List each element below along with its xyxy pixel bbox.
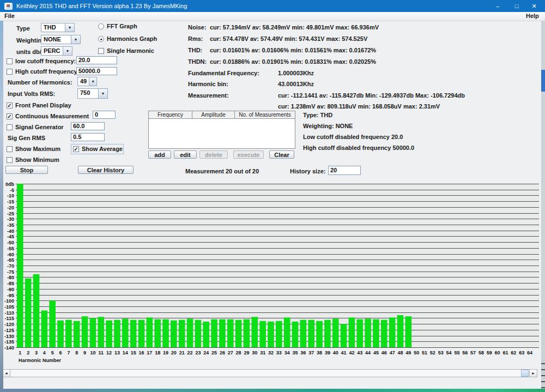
scroll-left-icon[interactable]: ◄	[3, 370, 10, 377]
checkbox-icon[interactable]	[7, 69, 13, 75]
thd-value: cur: 0.01601% av: 0.01606% min: 0.01561%…	[210, 47, 376, 53]
signal-generator-input[interactable]: 60.0	[71, 122, 105, 130]
weighting-combo[interactable]: NONE ▼	[41, 35, 81, 44]
radio-icon[interactable]	[98, 23, 104, 29]
scrollbar-track[interactable]	[10, 370, 529, 377]
close-button[interactable]: ✕	[526, 0, 542, 12]
chevron-down-icon[interactable]: ▼	[89, 77, 97, 86]
svg-text:12: 12	[106, 350, 112, 355]
rms-label: Rms:	[188, 35, 203, 42]
table-body[interactable]	[148, 119, 295, 149]
checkbox-icon[interactable]: ✓	[73, 146, 79, 152]
sig-gen-rms-input[interactable]: 0.5	[71, 133, 105, 141]
svg-text:31: 31	[260, 350, 265, 355]
svg-text:18: 18	[155, 350, 160, 355]
svg-text:9: 9	[83, 350, 86, 355]
stop-button[interactable]: Stop	[5, 166, 48, 174]
front-panel-checkbox[interactable]: ✓ Front Panel Display	[7, 102, 71, 108]
table-header[interactable]: Frequency Amplitude No. of Measurements	[148, 111, 295, 119]
svg-text:56: 56	[462, 350, 468, 355]
low-cutoff-checkbox[interactable]: low cutoff frequency:	[7, 58, 76, 64]
checkbox-icon[interactable]	[98, 48, 104, 54]
units-combo[interactable]: PERC ▼	[41, 46, 72, 56]
app-icon	[4, 3, 13, 10]
clear-button[interactable]: Clear	[269, 150, 294, 159]
show-minimum-checkbox[interactable]: Show Minimum	[7, 156, 59, 163]
show-average-label: Show Average	[82, 146, 123, 152]
desktop-strip-right	[541, 21, 545, 389]
svg-text:-75: -75	[7, 269, 14, 275]
show-maximum-label: Show Maximum	[15, 146, 60, 152]
maximize-button[interactable]: □	[508, 0, 525, 12]
svg-text:-25: -25	[7, 211, 14, 216]
measurement-progress: Measurement 20 out of 20	[185, 168, 259, 174]
svg-text:10: 10	[90, 350, 95, 355]
chevron-down-icon[interactable]: ▼	[71, 35, 81, 44]
svg-text:24: 24	[203, 350, 209, 355]
input-volts-value: 750	[77, 88, 98, 99]
add-button[interactable]: add	[148, 150, 171, 159]
type-combo[interactable]: THD ▼	[41, 23, 75, 32]
svg-text:2: 2	[27, 350, 29, 355]
svg-text:49: 49	[405, 350, 411, 355]
svg-text:3: 3	[35, 350, 38, 355]
svg-text:6: 6	[59, 350, 62, 355]
checkbox-icon[interactable]	[7, 58, 13, 64]
svg-text:51: 51	[422, 350, 427, 355]
chart-hscrollbar[interactable]: ◄ ►	[2, 369, 537, 377]
minimize-button[interactable]: –	[489, 0, 506, 12]
type-combo-value: THD	[41, 23, 65, 32]
continuous-measurement-checkbox[interactable]: ✓ Continuous Measurement	[7, 113, 89, 119]
harmonics-graph-label: Harmonics Graph	[107, 35, 157, 42]
signal-generator-checkbox[interactable]: Signal Generator	[7, 124, 64, 130]
frequency-table[interactable]: Frequency Amplitude No. of Measurements	[148, 111, 295, 149]
show-maximum-checkbox[interactable]: Show Maximum	[7, 146, 60, 152]
svg-text:-90: -90	[7, 287, 14, 292]
checkbox-icon[interactable]: ✓	[7, 113, 13, 119]
harmonics-graph-radio[interactable]: ● Harmonics Graph	[98, 35, 157, 42]
num-harmonics-combo[interactable]: 49 ▼	[77, 77, 97, 86]
checkbox-icon[interactable]: ✓	[7, 102, 13, 108]
svg-text:-65: -65	[7, 257, 14, 263]
clear-history-button[interactable]: Clear History	[78, 166, 134, 174]
single-harmonic-checkbox[interactable]: Single Harmonic	[98, 47, 154, 54]
checkbox-icon[interactable]	[7, 157, 13, 163]
fft-graph-radio[interactable]: FFT Graph	[98, 23, 137, 29]
radio-icon[interactable]: ●	[98, 36, 104, 42]
checkbox-icon[interactable]	[7, 146, 13, 152]
high-cutoff-input[interactable]: 50000.0	[76, 67, 117, 75]
edit-button[interactable]: edit	[174, 150, 197, 159]
window-title: Keithley 2015 THD and FFT Version alpha …	[16, 3, 187, 9]
history-size-input[interactable]: 20	[328, 166, 361, 175]
input-volts-combo[interactable]: 750 ▼	[77, 88, 108, 99]
continuous-measurement-label: Continuous Measurement	[15, 113, 89, 119]
input-volts-label: Input Volts RMS:	[8, 91, 55, 97]
menu-help[interactable]: Help	[526, 13, 539, 19]
continuous-measurement-input[interactable]: 0	[93, 111, 116, 119]
measurement-label: Measurement:	[188, 92, 229, 99]
low-cutoff-input[interactable]: 20.0	[76, 56, 117, 64]
menu-file[interactable]: File	[4, 13, 15, 19]
show-average-checkbox[interactable]: ✓ Show Average	[73, 146, 123, 152]
checkbox-icon[interactable]	[7, 124, 13, 130]
chevron-down-icon[interactable]: ▼	[65, 23, 75, 32]
svg-text:5: 5	[51, 350, 54, 355]
svg-text:29: 29	[244, 350, 249, 355]
title-bar[interactable]: Keithley 2015 THD and FFT Version alpha …	[0, 0, 545, 12]
scrollbar-thumb[interactable]	[521, 370, 529, 377]
svg-text:19: 19	[163, 350, 168, 355]
high-cutoff-checkbox[interactable]: High cutoff frequency:	[7, 68, 79, 75]
column-frequency[interactable]: Frequency	[148, 111, 192, 119]
menu-bar	[0, 12, 545, 21]
units-combo-value: PERC	[41, 46, 63, 56]
thdn-label: THDN:	[188, 58, 207, 65]
column-measurements[interactable]: No. of Measurements	[234, 111, 295, 119]
column-amplitude[interactable]: Amplitude	[192, 111, 234, 119]
chevron-down-icon[interactable]: ▼	[63, 46, 72, 56]
harmonic-bin-label: Harmonic bin:	[188, 81, 228, 87]
chevron-down-icon[interactable]: ▼	[98, 88, 108, 99]
svg-text:21: 21	[179, 350, 185, 355]
svg-text:58: 58	[479, 350, 484, 355]
scroll-right-icon[interactable]: ►	[529, 370, 537, 377]
svg-text:17: 17	[147, 350, 152, 355]
